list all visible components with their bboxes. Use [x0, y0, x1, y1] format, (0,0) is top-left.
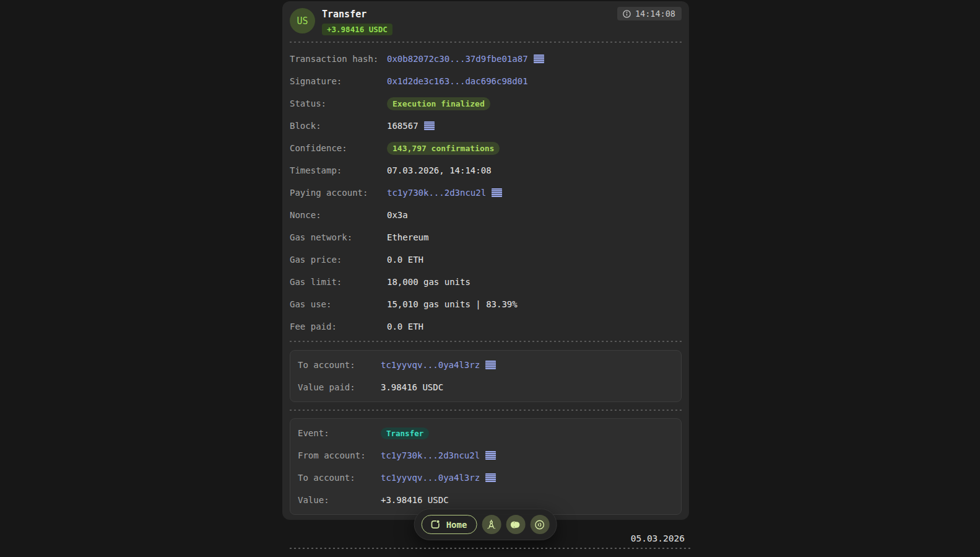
event-badge: Transfer — [381, 428, 429, 439]
copy-icon[interactable] — [424, 121, 435, 130]
row-label: Signature: — [290, 76, 387, 86]
contrast-toggle-button[interactable] — [506, 515, 525, 534]
detail-row: Paying account:tc1y730k...2d3ncu2l — [290, 182, 682, 204]
time-badge: 14:14:08 — [617, 7, 682, 20]
row-label: Paying account: — [290, 188, 387, 198]
row-value: Execution finalized — [387, 97, 490, 110]
row-value: 15,010 gas units | 83.39% — [387, 299, 518, 309]
page-title: Transfer — [322, 8, 392, 20]
detail-row: Value paid:3.98416 USDC — [298, 376, 674, 398]
row-label: Value: — [298, 495, 381, 505]
detail-row: Transaction hash:0x0b82072c30...37d9fbe0… — [290, 48, 682, 70]
row-value: Ethereum — [387, 232, 428, 242]
row-value: 07.03.2026, 14:14:08 — [387, 165, 492, 175]
row-label: Gas network: — [290, 232, 387, 242]
detail-row: Gas use:15,010 gas units | 83.39% — [290, 293, 682, 315]
row-label: Event: — [298, 428, 381, 438]
time-badge-label: 14:14:08 — [635, 9, 675, 19]
row-label: Gas use: — [290, 299, 387, 309]
detail-row: From account:tc1y730k...2d3ncu2l — [298, 444, 674, 467]
detail-row: Fee paid:0.0 ETH — [290, 315, 682, 338]
detail-row: Value:+3.98416 USDC — [298, 489, 674, 511]
home-icon — [430, 519, 441, 530]
row-value: 0x3a — [387, 210, 408, 220]
transaction-card: US Transfer +3.98416 USDC 14:14:08 Trans… — [282, 1, 689, 520]
status-badge: Execution finalized — [387, 97, 490, 110]
separator — [290, 341, 682, 342]
home-button[interactable]: Home — [422, 515, 477, 534]
value-link[interactable]: tc1yyvqv...0ya4l3rz — [381, 360, 480, 370]
detail-row: Confidence:143,797 confirmations — [290, 137, 682, 159]
broadcast-button[interactable] — [530, 515, 549, 534]
value-link[interactable]: tc1y730k...2d3ncu2l — [387, 188, 486, 198]
row-label: Gas price: — [290, 255, 387, 265]
detail-row: Block:168567 — [290, 115, 682, 137]
row-value: +3.98416 USDC — [381, 495, 449, 505]
detail-row: Nonce:0x3a — [290, 204, 682, 226]
row-label: Value paid: — [298, 382, 381, 392]
row-value: 18,000 gas units — [387, 277, 470, 287]
row-label: Fee paid: — [290, 322, 387, 331]
detail-row: Status:Execution finalized — [290, 92, 682, 115]
row-value: 3.98416 USDC — [381, 382, 443, 392]
compass-tool-button[interactable] — [482, 515, 501, 534]
detail-row: Timestamp:07.03.2026, 14:14:08 — [290, 159, 682, 182]
separator — [290, 410, 682, 411]
footer-dashed-line — [290, 548, 692, 549]
row-value: 0.0 ETH — [387, 322, 423, 331]
detail-row: Event:Transfer — [298, 422, 674, 444]
row-label: Nonce: — [290, 210, 387, 220]
row-value: 0.0 ETH — [387, 255, 423, 265]
value-link[interactable]: 0x1d2de3c163...dac696c98d01 — [387, 76, 528, 86]
info-icon — [622, 9, 631, 19]
detail-row: Gas limit:18,000 gas units — [290, 271, 682, 293]
row-value: Transfer — [381, 428, 429, 439]
row-value: 168567 — [387, 121, 418, 131]
row-label: Block: — [290, 121, 387, 131]
amount-badge: +3.98416 USDC — [322, 24, 392, 35]
value-link[interactable]: 0x0b82072c30...37d9fbe01a87 — [387, 54, 528, 64]
contrast-icon — [510, 519, 521, 530]
row-label: Timestamp: — [290, 165, 387, 175]
row-label: From account: — [298, 450, 381, 460]
transfer-summary-box: To account:tc1yyvqv...0ya4l3rzValue paid… — [290, 350, 682, 402]
detail-row: Gas price:0.0 ETH — [290, 248, 682, 271]
copy-icon[interactable] — [485, 473, 496, 482]
footer-date: 05.03.2026 — [282, 533, 685, 543]
detail-row: To account:tc1yyvqv...0ya4l3rz — [298, 354, 674, 376]
row-label: Gas limit: — [290, 277, 387, 287]
copy-icon[interactable] — [534, 55, 544, 63]
radio-waves-icon — [534, 519, 545, 530]
detail-row: Signature:0x1d2de3c163...dac696c98d01 — [290, 70, 682, 92]
status-badge: 143,797 confirmations — [387, 142, 500, 155]
row-label: To account: — [298, 473, 381, 483]
row-label: Confidence: — [290, 143, 387, 153]
row-label: Transaction hash: — [290, 54, 387, 64]
value-link[interactable]: tc1y730k...2d3ncu2l — [381, 450, 480, 460]
card-header: US Transfer +3.98416 USDC 14:14:08 — [290, 1, 682, 42]
event-box: Event:TransferFrom account:tc1y730k...2d… — [290, 418, 682, 515]
home-button-label: Home — [446, 520, 467, 530]
row-label: To account: — [298, 360, 381, 370]
value-link[interactable]: tc1yyvqv...0ya4l3rz — [381, 473, 480, 483]
detail-row: To account:tc1yyvqv...0ya4l3rz — [298, 467, 674, 489]
row-label: Status: — [290, 99, 387, 108]
detail-rows: Transaction hash:0x0b82072c30...37d9fbe0… — [290, 43, 682, 338]
compass-icon — [486, 519, 497, 530]
copy-icon[interactable] — [485, 361, 496, 369]
avatar: US — [290, 8, 315, 33]
copy-icon[interactable] — [485, 451, 496, 460]
copy-icon[interactable] — [492, 188, 502, 197]
row-value: 143,797 confirmations — [387, 142, 500, 155]
detail-row: Gas network:Ethereum — [290, 226, 682, 248]
